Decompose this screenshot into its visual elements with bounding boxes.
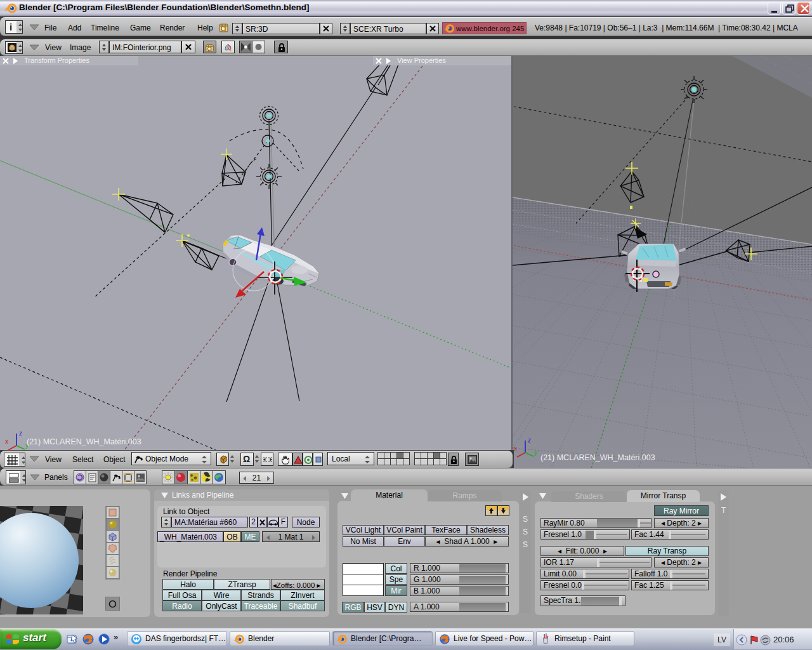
- svg-text:x: x: [5, 438, 8, 445]
- svg-text:x: x: [514, 445, 517, 452]
- svg-text:z: z: [19, 430, 22, 437]
- svg-text:y: y: [534, 449, 537, 456]
- svg-text:(21) MCLAREN_WH_Matéri.003: (21) MCLAREN_WH_Matéri.003: [540, 453, 655, 462]
- svg-text:(21) MCLAREN_WH_Matéri.003: (21) MCLAREN_WH_Matéri.003: [27, 437, 141, 446]
- svg-text:z: z: [528, 437, 531, 444]
